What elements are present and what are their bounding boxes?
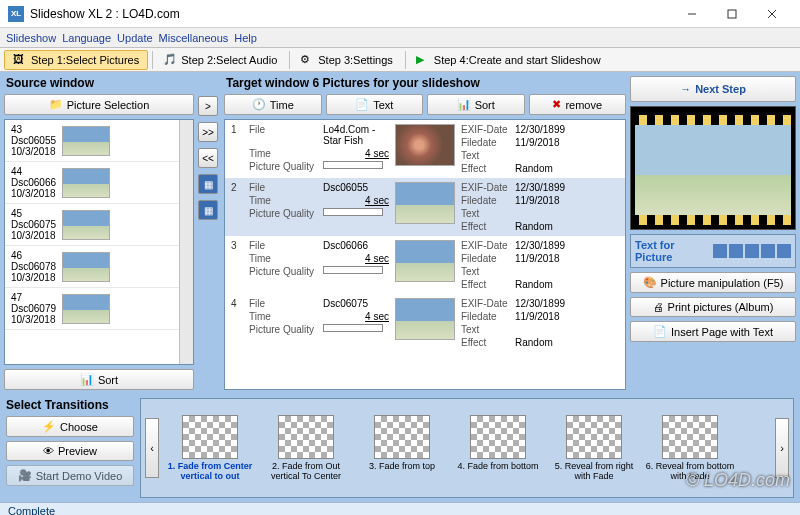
- item-date: 10/3/2018: [11, 314, 56, 325]
- item-number: 43: [11, 124, 56, 135]
- menubar: Slideshow Language Update Miscellaneous …: [0, 28, 800, 48]
- time-value: 4 sec: [323, 148, 389, 159]
- transition-item[interactable]: 1. Fade from Center vertical to out: [165, 415, 255, 482]
- transitions-next-button[interactable]: ›: [775, 418, 789, 478]
- filedate-value: 11/9/2018: [515, 195, 560, 206]
- next-step-button[interactable]: → Next Step: [630, 76, 796, 102]
- source-item[interactable]: 44Dsc0606610/3/2018: [5, 162, 179, 204]
- window-title: Slideshow XL 2 : LO4D.com: [30, 7, 672, 21]
- pq-bar: [323, 324, 383, 332]
- source-item[interactable]: 45Dsc0607510/3/2018: [5, 204, 179, 246]
- target-row[interactable]: 2 FileDsc06055 Time4 sec Picture Quality…: [225, 178, 625, 236]
- time-value: 4 sec: [323, 253, 389, 264]
- manipulation-icon: 🎨: [643, 276, 657, 289]
- flip-h-icon[interactable]: [761, 244, 775, 258]
- row-number: 2: [231, 182, 243, 232]
- rotate-left-icon[interactable]: [713, 244, 727, 258]
- source-sort-button[interactable]: 📊 Sort: [4, 369, 194, 390]
- step-1-select-pictures[interactable]: 🖼 Step 1:Select Pictures: [4, 50, 148, 70]
- filedate-value: 11/9/2018: [515, 137, 560, 148]
- rotate-right-icon[interactable]: [729, 244, 743, 258]
- print-pictures-button[interactable]: 🖨 Print pictures (Album): [630, 297, 796, 317]
- exif-value: 12/30/1899: [515, 182, 565, 193]
- step-2-select-audio[interactable]: 🎵 Step 2:Select Audio: [155, 51, 285, 69]
- refresh-icon[interactable]: [745, 244, 759, 258]
- time-button[interactable]: 🕐Time: [224, 94, 322, 115]
- source-item[interactable]: 47Dsc0607910/3/2018: [5, 288, 179, 330]
- print-icon: 🖨: [653, 301, 664, 313]
- row-number: 1: [231, 124, 243, 174]
- step-4-create-start[interactable]: ▶ Step 4:Create and start Slideshow: [408, 51, 609, 69]
- effect-value: Random: [515, 337, 553, 348]
- main-panel: Source window 📁 Picture Selection 43Dsc0…: [0, 72, 800, 394]
- transitions-prev-button[interactable]: ‹: [145, 418, 159, 478]
- item-number: 46: [11, 250, 56, 261]
- filedate-label: Filedate: [461, 195, 511, 206]
- target-row[interactable]: 3 FileDsc06066 Time4 sec Picture Quality…: [225, 236, 625, 294]
- time-label: Time: [249, 148, 319, 159]
- pq-label: Picture Quality: [249, 161, 319, 172]
- add-one-button[interactable]: >: [198, 96, 218, 116]
- source-item[interactable]: 46Dsc0607810/3/2018: [5, 246, 179, 288]
- time-label: Time: [249, 253, 319, 264]
- film-perforation-icon: [635, 215, 791, 225]
- transitions-panel: Select Transitions ⚡Choose 👁Preview 🎥Sta…: [0, 394, 800, 502]
- exif-value: 12/30/1899: [515, 240, 565, 251]
- text-label: Text: [461, 324, 511, 335]
- svg-rect-1: [728, 10, 736, 18]
- picture-selection-button[interactable]: 📁 Picture Selection: [4, 94, 194, 115]
- transition-item[interactable]: 2. Fade from Out vertical To Center: [261, 415, 351, 482]
- menu-slideshow[interactable]: Slideshow: [6, 32, 56, 44]
- config-button-1[interactable]: ▦: [198, 174, 218, 194]
- config-button-2[interactable]: ▦: [198, 200, 218, 220]
- transition-thumbnail: [182, 415, 238, 459]
- file-value: Dsc06066: [323, 240, 389, 251]
- transitions-strip: ‹ 1. Fade from Center vertical to out2. …: [140, 398, 794, 498]
- btn-label: Next Step: [695, 83, 746, 95]
- item-name: Dsc06079: [11, 303, 56, 314]
- minimize-button[interactable]: [672, 0, 712, 28]
- flip-v-icon[interactable]: [777, 244, 791, 258]
- start-demo-button[interactable]: 🎥Start Demo Video: [6, 465, 134, 486]
- thumbnail: [395, 182, 455, 224]
- thumbnail: [395, 124, 455, 166]
- file-label: File: [249, 298, 319, 309]
- target-row[interactable]: 1 FileLo4d.Com - Star Fish Time4 sec Pic…: [225, 120, 625, 178]
- source-item[interactable]: 43Dsc0605510/3/2018: [5, 120, 179, 162]
- menu-help[interactable]: Help: [234, 32, 257, 44]
- insert-page-button[interactable]: 📄 Insert Page with Text: [630, 321, 796, 342]
- settings-icon: ⚙: [300, 53, 314, 67]
- transition-item[interactable]: 3. Fade from top: [357, 415, 447, 482]
- step-3-settings[interactable]: ⚙ Step 3:Settings: [292, 51, 401, 69]
- transition-item[interactable]: 4. Fade from bottom: [453, 415, 543, 482]
- sort-button[interactable]: 📊Sort: [427, 94, 525, 115]
- close-button[interactable]: [752, 0, 792, 28]
- text-button[interactable]: 📄Text: [326, 94, 424, 115]
- pq-label: Picture Quality: [249, 266, 319, 277]
- file-value: Lo4d.Com - Star Fish: [323, 124, 389, 146]
- transition-label: 3. Fade from top: [369, 462, 435, 472]
- preview-button[interactable]: 👁Preview: [6, 441, 134, 461]
- menu-language[interactable]: Language: [62, 32, 111, 44]
- thumbnail: [395, 298, 455, 340]
- transition-thumbnail: [374, 415, 430, 459]
- status-bar: Complete: [0, 502, 800, 515]
- filedate-value: 11/9/2018: [515, 311, 560, 322]
- picture-icon: 🖼: [13, 53, 27, 67]
- choose-button[interactable]: ⚡Choose: [6, 416, 134, 437]
- menu-miscellaneous[interactable]: Miscellaneous: [159, 32, 229, 44]
- add-all-button[interactable]: >>: [198, 122, 218, 142]
- maximize-button[interactable]: [712, 0, 752, 28]
- text-icon: 📄: [355, 98, 369, 111]
- file-label: File: [249, 124, 319, 146]
- transition-item[interactable]: 6. Reveal from bottom with Fade: [645, 415, 735, 482]
- target-row[interactable]: 4 FileDsc06075 Time4 sec Picture Quality…: [225, 294, 625, 352]
- exif-value: 12/30/1899: [515, 298, 565, 309]
- transition-item[interactable]: 5. Reveal from right with Fade: [549, 415, 639, 482]
- menu-update[interactable]: Update: [117, 32, 152, 44]
- remove-all-button[interactable]: <<: [198, 148, 218, 168]
- file-label: File: [249, 182, 319, 193]
- remove-button[interactable]: ✖remove: [529, 94, 627, 115]
- picture-manipulation-button[interactable]: 🎨 Picture manipulation (F5): [630, 272, 796, 293]
- source-scrollbar[interactable]: [179, 120, 193, 364]
